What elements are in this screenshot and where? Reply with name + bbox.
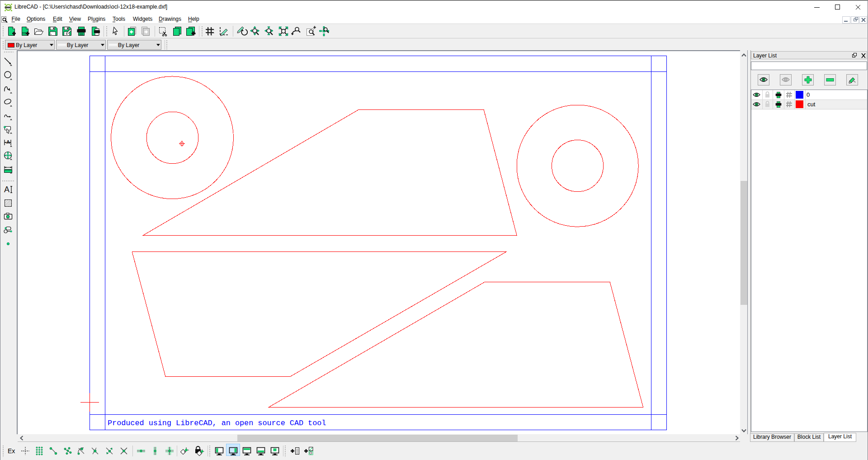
svg-text:Produced using LibreCAD, an op: Produced using LibreCAD, an open source …	[108, 419, 326, 427]
svg-text:A: A	[4, 185, 9, 194]
svg-text:A: A	[6, 140, 9, 145]
